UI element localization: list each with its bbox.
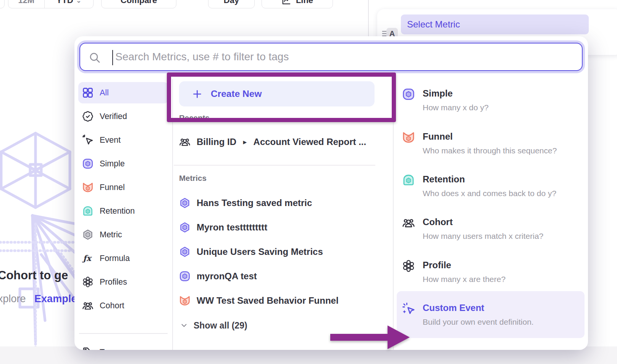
metric-list-item[interactable]: WW Test Saved Behavior Funnel: [179, 290, 339, 311]
day-granularity-button[interactable]: Day: [208, 0, 255, 8]
annotation-arrow: [326, 322, 413, 353]
subtext-fragment: xplore: [0, 293, 26, 304]
profiles-cluster-icon: [402, 259, 415, 272]
retention-badge-icon: [82, 205, 94, 217]
type-custom-event[interactable]: Custom Event Build your own event defini…: [402, 301, 581, 327]
metric-list-item[interactable]: Unique Users Saving Metrics: [179, 242, 323, 262]
metric-list-item[interactable]: Hans Testing saved metric: [179, 193, 312, 213]
sidebar-item-cohort[interactable]: Cohort: [78, 295, 168, 316]
range-ytd-button[interactable]: YTD⌄: [44, 0, 93, 8]
funnel-badge-icon: [402, 131, 415, 144]
empty-state-heading: Cohort to ge: [0, 269, 68, 282]
sidebar-item-retention[interactable]: Retention: [78, 200, 168, 222]
funnel-badge-icon: [82, 182, 94, 193]
metric-badge-icon: [82, 229, 94, 240]
metric-search: [79, 43, 583, 71]
funnel-badge-icon: [179, 295, 191, 306]
sidebar-item-partial[interactable]: T: [78, 341, 168, 350]
toolbar-fragment-button[interactable]: [0, 0, 5, 8]
empty-state-subtext: xplore Example: [0, 293, 77, 305]
empty-state-illustration: [0, 128, 76, 364]
simple-badge-icon: [82, 158, 94, 169]
cohort-people-icon: [402, 216, 415, 229]
breadcrumb-arrow-icon: ▸: [243, 138, 247, 146]
sidebar-item-verified[interactable]: Verified: [78, 106, 168, 127]
search-input[interactable]: [80, 43, 582, 70]
show-all-toggle[interactable]: Show all (29): [180, 316, 247, 335]
type-simple[interactable]: Simple How many x do y?: [402, 87, 581, 113]
saved-metric-hex-icon: [179, 197, 191, 209]
sidebar-item-simple[interactable]: Simple: [78, 153, 168, 174]
grid-icon: [82, 87, 94, 98]
recent-item[interactable]: Billing ID ▸ Account Viewed Report ...: [179, 132, 366, 152]
sidebar-item-profiles[interactable]: Profiles: [78, 271, 168, 293]
verified-badge-icon: [82, 111, 94, 122]
sidebar-item-event[interactable]: Event: [78, 129, 168, 151]
type-cohort[interactable]: Cohort How many users match x criteria?: [402, 216, 581, 242]
metric-list-item[interactable]: Myron testtttttttt: [179, 217, 267, 238]
formula-icon: [82, 253, 94, 264]
saved-metric-hex-icon: [179, 246, 191, 258]
tag-icon: [82, 346, 94, 350]
metric-list-item[interactable]: myronQA test: [179, 266, 257, 287]
custom-event-spark-icon: [402, 302, 415, 315]
compare-button[interactable]: Compare: [101, 0, 176, 8]
sidebar-item-metric[interactable]: Metric: [78, 224, 168, 245]
type-profile[interactable]: Profile How many x are there?: [402, 259, 581, 285]
simple-badge-icon: [179, 271, 191, 282]
cohort-people-icon: [82, 300, 94, 311]
date-range-control[interactable]: 12M YTD⌄: [8, 0, 94, 8]
sidebar-item-funnel[interactable]: Funnel: [78, 177, 168, 198]
range-12m-button[interactable]: 12M: [8, 0, 44, 8]
line-chart-icon: [281, 0, 291, 5]
app-root: Cohort to ge xplore Example 12M YTD⌄ Com…: [0, 0, 617, 364]
select-metric-field[interactable]: Select Metric: [401, 14, 589, 34]
example-link[interactable]: Example: [34, 293, 77, 304]
cohort-people-icon: [179, 136, 191, 148]
sidebar-item-all[interactable]: All: [78, 82, 168, 103]
metrics-header: Metrics: [179, 174, 207, 183]
type-funnel[interactable]: Funnel Who makes it through this sequenc…: [402, 130, 581, 156]
chevron-down-icon: [180, 321, 188, 330]
line-chart-type-button[interactable]: Line: [262, 0, 333, 8]
annotation-highlight-box: [167, 72, 396, 122]
chevron-down-icon: ⌄: [76, 0, 81, 4]
saved-metric-hex-icon: [179, 222, 191, 233]
sidebar-item-formula[interactable]: Formula: [78, 248, 168, 269]
event-cursor-icon: [82, 134, 94, 146]
retention-badge-icon: [402, 174, 415, 187]
sidebar-section-divider: [79, 333, 168, 334]
simple-badge-icon: [402, 88, 415, 101]
type-retention[interactable]: Retention Who does x and comes back to d…: [402, 173, 581, 199]
metrics-section-divider: [174, 165, 375, 166]
profiles-cluster-icon: [82, 276, 94, 288]
